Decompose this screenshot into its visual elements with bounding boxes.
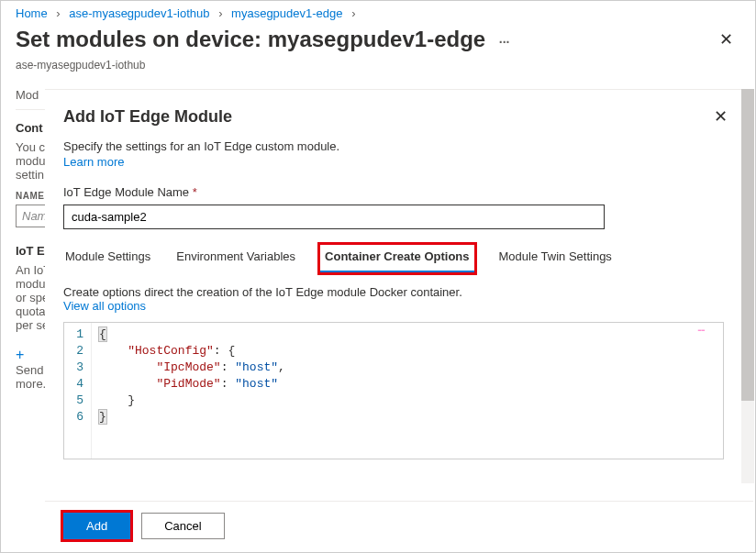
panel-tabs: Module Settings Environment Variables Co… <box>63 244 735 274</box>
panel-close-icon[interactable]: ✕ <box>706 103 735 130</box>
learn-more-link[interactable]: Learn more <box>63 155 735 169</box>
editor-gutter: 1 2 3 4 5 6 <box>64 323 92 459</box>
create-options-desc: Create options direct the creation of th… <box>63 285 735 299</box>
tab-container-create-options[interactable]: Container Create Options <box>319 244 474 273</box>
page-title: Set modules on device: myasegpudev1-edge… <box>16 27 510 52</box>
scrollbar-thumb[interactable] <box>741 89 754 401</box>
json-editor[interactable]: 1 2 3 4 5 6 { "HostConfig": { "IpcMode":… <box>63 322 724 459</box>
tab-module-twin-settings[interactable]: Module Twin Settings <box>497 244 614 273</box>
editor-minimap: ▬▬ <box>698 326 705 333</box>
close-icon[interactable]: ✕ <box>712 26 740 53</box>
add-module-panel: Add IoT Edge Module ✕ Specify the settin… <box>45 89 753 550</box>
breadcrumb-edge[interactable]: myasegpudev1-edge <box>231 6 342 20</box>
tab-env-variables[interactable]: Environment Variables <box>174 244 297 273</box>
panel-desc: Specify the settings for an IoT Edge cus… <box>63 139 735 153</box>
breadcrumb-iothub[interactable]: ase-myasegpudev1-iothub <box>69 6 209 20</box>
module-name-input[interactable] <box>63 205 605 229</box>
chevron-right-icon: › <box>218 6 222 20</box>
module-name-label: IoT Edge Module Name * <box>63 185 735 199</box>
breadcrumb: Home › ase-myasegpudev1-iothub › myasegp… <box>1 1 755 22</box>
scrollbar[interactable] <box>741 89 754 483</box>
view-all-options-link[interactable]: View all options <box>63 299 735 313</box>
more-icon[interactable]: ··· <box>499 35 510 50</box>
page-header: Set modules on device: myasegpudev1-edge… <box>1 22 755 59</box>
cancel-button[interactable]: Cancel <box>141 513 224 539</box>
plus-icon: + <box>16 347 24 362</box>
page-subtitle: ase-myasegpudev1-iothub <box>1 59 755 81</box>
editor-body[interactable]: { "HostConfig": { "IpcMode": "host", "Pi… <box>92 323 723 459</box>
breadcrumb-home[interactable]: Home <box>16 6 48 20</box>
chevron-right-icon: › <box>351 6 355 20</box>
add-button[interactable]: Add <box>63 513 130 539</box>
panel-title: Add IoT Edge Module <box>63 107 232 127</box>
panel-footer: Add Cancel <box>45 501 753 550</box>
chevron-right-icon: › <box>56 6 60 20</box>
tab-module-settings[interactable]: Module Settings <box>63 244 152 273</box>
